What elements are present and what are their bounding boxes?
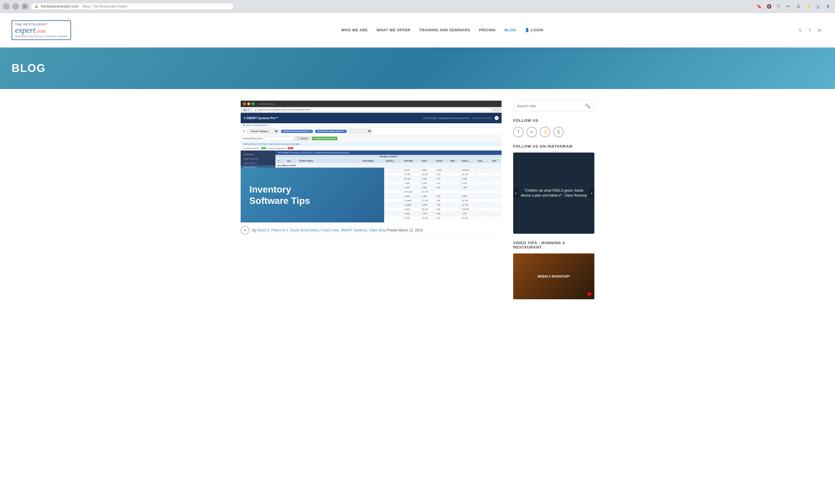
ss-category-select[interactable]: Choose Category bbox=[247, 129, 279, 134]
ss-titlebar: Inventory Items bbox=[241, 101, 502, 107]
rss-button[interactable]: 📡 bbox=[814, 2, 822, 11]
category-3-link[interactable]: SMART Systems bbox=[341, 228, 367, 232]
forward-button[interactable]: → bbox=[12, 3, 19, 10]
ss-col-name: Product Name bbox=[298, 159, 360, 163]
nav-login[interactable]: 👤 LOGIN bbox=[525, 28, 543, 32]
blog-header-title: BLOG bbox=[12, 62, 46, 75]
rss-follow-icon[interactable]: ⊙ bbox=[540, 127, 550, 137]
ss-col-desc: Description bbox=[361, 159, 384, 163]
reload-button[interactable]: ↻ bbox=[21, 3, 28, 10]
nav-training[interactable]: TRAINING AND SEMINARS bbox=[419, 28, 470, 32]
article-meta-bar: ⬆ By David S. Peters In 1. David Scott P… bbox=[241, 222, 502, 238]
ss-keyboard-label: Using 10 keyboard? bbox=[268, 147, 286, 149]
ss-user-tag-2: David Peters(smile_bullus) ✕ bbox=[315, 129, 347, 133]
ss-col-count: Count bbox=[434, 159, 448, 163]
instagram-title: FOLLOW US ON INSTAGRAM bbox=[513, 144, 594, 148]
blog-header-banner: BLOG bbox=[0, 47, 835, 89]
ss-min-dot bbox=[247, 102, 250, 105]
twitter-follow-icon[interactable]: 𝕏 bbox=[553, 127, 564, 137]
extension-button[interactable]: ⚡ bbox=[804, 2, 812, 11]
nav-blog[interactable]: BLOG bbox=[505, 28, 516, 32]
edit-button[interactable]: ✏ bbox=[785, 2, 793, 11]
article-overlay: InventorySoftware Tips bbox=[241, 168, 384, 222]
video-thumbnail[interactable]: WEEKLY INVENTORY ▶ bbox=[513, 254, 594, 299]
category-4-link[interactable]: Video Blog bbox=[369, 228, 386, 232]
author-link[interactable]: David S. Peters bbox=[257, 228, 281, 232]
address-bar[interactable]: 🔒 therestaurantexpert.com Blog | The Res… bbox=[31, 3, 234, 10]
category-1-link[interactable]: 1. David Scott Peters bbox=[286, 228, 319, 232]
bookmark-button[interactable]: 🔖 bbox=[755, 2, 763, 11]
ss-product-search[interactable] bbox=[264, 136, 293, 141]
ss-col-inv: Inv... bbox=[285, 159, 297, 163]
grammarly-button[interactable]: G bbox=[794, 2, 802, 11]
nav-what-we-offer[interactable]: WHAT WE OFFER bbox=[376, 28, 410, 32]
linkedin-nav-icon[interactable]: in bbox=[816, 26, 823, 34]
video-tips-section: VIDEO TIPS - RUNNING A RESTAURANT WEEKLY… bbox=[513, 241, 594, 299]
logo-main-text: expert.com bbox=[15, 26, 45, 34]
ss-app-logo: ✕ SMART Systems Pro™ bbox=[244, 117, 278, 120]
ss-secondary-select[interactable] bbox=[349, 129, 372, 134]
category-2-link[interactable]: Food Costs bbox=[321, 228, 339, 232]
share-button[interactable]: ⬆ bbox=[241, 226, 249, 235]
ss-col-add: Add bbox=[449, 159, 459, 163]
search-box: 🔍 bbox=[513, 101, 594, 112]
facebook-nav-icon[interactable]: f bbox=[806, 26, 814, 34]
ss-info-bar: During editing a cell, drag & drop will … bbox=[241, 142, 502, 146]
main-navigation: WHO WE ARE WHAT WE OFFER TRAINING AND SE… bbox=[88, 28, 796, 32]
ss-location-group: ▶ 1 Walk-in Cooler bbox=[276, 164, 501, 168]
search-icon[interactable]: 🔍 bbox=[585, 103, 591, 109]
instagram-post[interactable]: ‹ "Children do what FEELS good. Adults d… bbox=[513, 153, 594, 234]
nav-pricing[interactable]: PRICING bbox=[479, 28, 496, 32]
ss-edit-inventory-button[interactable]: ☑ Edit Inventory Date bbox=[312, 137, 338, 140]
ss-off-toggle[interactable]: OFF bbox=[288, 147, 293, 149]
ss-connection-label: Connection Mode: bbox=[243, 147, 260, 149]
article-card: Inventory Items ◀ ▶ ↺ 🔒 https://secure.s… bbox=[241, 101, 502, 238]
sidebar: 🔍 FOLLOW US f in ⊙ 𝕏 FOLLOW US ON INSTAG… bbox=[513, 101, 594, 306]
ss-connection-bar: Connection Mode: ON Using 10 keyboard? O… bbox=[241, 146, 502, 150]
back-button[interactable]: ← bbox=[3, 3, 10, 10]
follow-us-section: FOLLOW US f in ⊙ 𝕏 bbox=[513, 118, 594, 137]
ss-sidebar-daily[interactable]: Daily Paperwork bbox=[241, 157, 276, 161]
instagram-next-button[interactable]: › bbox=[589, 189, 594, 198]
in-label: In bbox=[282, 228, 285, 232]
ss-address-buttons: ◀ ▶ ↺ bbox=[243, 109, 250, 112]
instagram-prev-button[interactable]: ‹ bbox=[513, 189, 518, 198]
ss-col-num: # bbox=[276, 159, 285, 163]
main-content-area: Inventory Items ◀ ▶ ↺ 🔒 https://secure.s… bbox=[229, 89, 606, 318]
shield-button[interactable]: 🛡 bbox=[775, 2, 783, 11]
ss-close-dot bbox=[243, 102, 246, 105]
video-play-icon: ▶ bbox=[588, 290, 593, 298]
ss-breadcrumb: 🏠 Home > Inventory Items bbox=[241, 123, 502, 127]
blog-post-area: Inventory Items ◀ ▶ ↺ 🔒 https://secure.s… bbox=[241, 101, 502, 306]
article-featured-image: Inventory Items ◀ ▶ ↺ 🔒 https://secure.s… bbox=[241, 101, 502, 222]
article-author-info: By David S. Peters In 1. David Scott Pet… bbox=[252, 228, 502, 232]
logo[interactable]: THE RESTAURANT expert.com Revolutionizin… bbox=[12, 20, 71, 40]
linkedin-follow-icon[interactable]: in bbox=[527, 127, 537, 137]
nav-social-icons: 𝕏 f in bbox=[796, 26, 823, 34]
ss-max-dot bbox=[252, 102, 254, 105]
search-input[interactable] bbox=[517, 104, 585, 108]
logo-tagline: Revolutionizing how your restaurant oper… bbox=[15, 35, 67, 38]
ss-sidebar-labor[interactable]: Labor Systems bbox=[241, 161, 276, 165]
ss-col-sub1: Sub ... bbox=[476, 159, 490, 163]
ss-app-header: ✕ SMART Systems Pro™ 1.866.517.9993 • su… bbox=[241, 113, 502, 123]
nav-who-we-are[interactable]: WHO WE ARE bbox=[341, 28, 368, 32]
ss-storage-locations-label: Storage Locations bbox=[276, 155, 502, 158]
twitter-nav-icon[interactable]: 𝕏 bbox=[796, 26, 804, 34]
page-title-display: Blog | The Restaurant Expert bbox=[83, 4, 127, 8]
follow-us-title: FOLLOW US bbox=[513, 118, 594, 123]
facebook-follow-icon[interactable]: f bbox=[513, 127, 524, 137]
ss-table-header-bar: Item details for inventory / 03-03-2019 … bbox=[276, 150, 502, 155]
download-button[interactable]: ⬇ bbox=[824, 2, 832, 11]
ss-col-sub2: Sub bbox=[490, 159, 501, 163]
top-nav: THE RESTAURANT expert.com Revolutionizin… bbox=[0, 13, 835, 47]
ss-url-bar: 🔒 https://secure.smartsystemspro.com/Inv… bbox=[251, 108, 492, 112]
ss-url-actions: ⋯ ☆ bbox=[494, 109, 499, 112]
ss-col-unit: Unit Size bbox=[402, 159, 419, 163]
ss-user-tag-1: Whitney Mosher(wmosher) ✕ bbox=[281, 129, 313, 133]
ss-sidebar-dashboard[interactable]: Dashboard bbox=[241, 152, 276, 157]
ss-avatar-icon: ? bbox=[495, 116, 499, 120]
ss-on-toggle[interactable]: ON bbox=[261, 147, 266, 149]
mute-button[interactable]: 🔇 bbox=[765, 2, 773, 11]
ss-search-button[interactable]: 🔍 Search bbox=[295, 136, 310, 141]
